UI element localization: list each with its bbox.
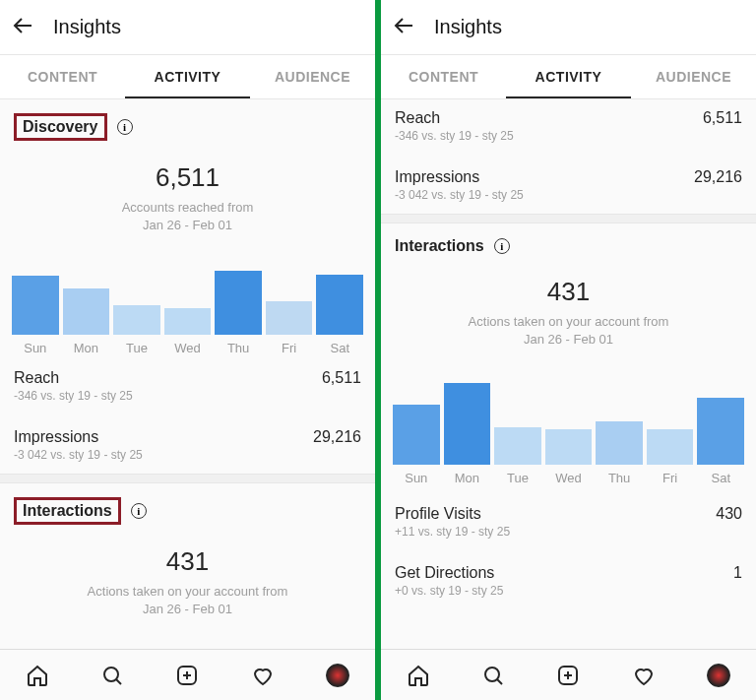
chart-day-label: Mon xyxy=(74,341,98,355)
reach-value: 6,511 xyxy=(322,369,361,387)
tab-audience[interactable]: AUDIENCE xyxy=(631,55,756,98)
profile-visits-sub: +11 vs. sty 19 - sty 25 xyxy=(381,523,756,550)
profile-visits-label: Profile Visits xyxy=(395,505,481,523)
discovery-desc: Accounts reached from Jan 26 - Feb 01 xyxy=(0,199,375,233)
chart-day-label: Tue xyxy=(126,341,148,355)
get-directions-value: 1 xyxy=(733,564,742,582)
interactions-chart: SunMonTueWedThuFriSat xyxy=(381,367,756,485)
chart-day-label: Tue xyxy=(507,471,529,485)
discovery-chart: SunMonTueWedThuFriSat xyxy=(0,257,375,355)
profile-avatar-icon[interactable] xyxy=(706,663,731,688)
chart-day-label: Fri xyxy=(282,341,296,355)
chart-bar: Tue xyxy=(113,266,160,355)
get-directions-label: Get Directions xyxy=(395,564,494,582)
get-directions-sub: +0 vs. sty 19 - sty 25 xyxy=(381,582,756,609)
chart-bar: Fri xyxy=(266,266,313,355)
interactions-desc: Actions taken on your account from Jan 2… xyxy=(381,313,756,348)
section-divider xyxy=(381,214,756,223)
left-pane: Insights CONTENT ACTIVITY AUDIENCE Disco… xyxy=(0,0,375,700)
chart-day-label: Wed xyxy=(174,341,201,355)
info-icon[interactable]: i xyxy=(494,238,510,254)
bottom-tabbar xyxy=(0,649,375,700)
svg-point-0 xyxy=(104,668,118,681)
chart-day-label: Sat xyxy=(712,471,731,485)
tab-content[interactable]: CONTENT xyxy=(381,55,506,98)
impressions-sub: -3 042 vs. sty 19 - sty 25 xyxy=(381,186,756,214)
search-icon[interactable] xyxy=(99,663,125,688)
back-arrow-icon[interactable] xyxy=(12,14,35,41)
chart-bar: Thu xyxy=(596,381,643,485)
add-post-icon[interactable] xyxy=(174,663,200,688)
tab-activity[interactable]: ACTIVITY xyxy=(125,55,250,98)
impressions-sub: -3 042 vs. sty 19 - sty 25 xyxy=(0,446,375,474)
tab-activity[interactable]: ACTIVITY xyxy=(506,55,631,98)
tabs: CONTENT ACTIVITY AUDIENCE xyxy=(0,55,375,99)
impressions-label: Impressions xyxy=(14,428,98,446)
page-title: Insights xyxy=(53,16,121,38)
discovery-highlight: Discovery xyxy=(14,113,107,141)
section-label-interactions: Interactions xyxy=(23,502,112,519)
chart-day-label: Sat xyxy=(331,341,350,355)
chart-day-label: Mon xyxy=(455,471,479,485)
reach-label: Reach xyxy=(14,369,59,387)
chart-day-label: Fri xyxy=(662,471,677,485)
heart-icon[interactable] xyxy=(631,663,657,688)
chart-bar: Tue xyxy=(494,381,541,485)
header: Insights xyxy=(0,0,375,55)
profile-avatar-icon[interactable] xyxy=(325,663,350,688)
impressions-value: 29,216 xyxy=(313,428,361,446)
info-icon[interactable]: i xyxy=(117,119,133,135)
body[interactable]: Discovery i 6,511 Accounts reached from … xyxy=(0,99,375,700)
section-divider xyxy=(0,474,375,483)
right-pane: Insights CONTENT ACTIVITY AUDIENCE Reach… xyxy=(381,0,756,700)
section-label-discovery: Discovery xyxy=(23,118,98,135)
heart-icon[interactable] xyxy=(250,663,276,688)
chart-bar: Mon xyxy=(63,266,110,355)
info-icon[interactable]: i xyxy=(131,503,147,519)
tab-content[interactable]: CONTENT xyxy=(0,55,125,98)
bottom-tabbar xyxy=(381,649,756,700)
back-arrow-icon[interactable] xyxy=(393,14,416,41)
reach-label: Reach xyxy=(395,109,440,127)
search-icon[interactable] xyxy=(480,663,506,688)
impressions-label: Impressions xyxy=(395,168,479,186)
impressions-value: 29,216 xyxy=(694,168,742,186)
interactions-highlight: Interactions xyxy=(14,497,121,525)
chart-bar: Thu xyxy=(215,266,262,355)
body[interactable]: Reach 6,511 -346 vs. sty 19 - sty 25 Imp… xyxy=(381,99,756,700)
chart-day-label: Sun xyxy=(24,341,46,355)
interactions-desc: Actions taken on your account from Jan 2… xyxy=(0,583,375,617)
reach-sub: -346 vs. sty 19 - sty 25 xyxy=(381,127,756,155)
chart-bar: Sun xyxy=(12,266,59,355)
reach-sub: -346 vs. sty 19 - sty 25 xyxy=(0,387,375,414)
profile-visits-value: 430 xyxy=(716,505,742,523)
reach-value: 6,511 xyxy=(703,109,742,127)
chart-day-label: Wed xyxy=(555,471,582,485)
chart-bar: Sat xyxy=(697,381,744,485)
chart-day-label: Thu xyxy=(227,341,249,355)
chart-bar: Sat xyxy=(316,266,363,355)
chart-day-label: Sun xyxy=(405,471,427,485)
chart-bar: Sun xyxy=(393,381,440,485)
chart-bar: Wed xyxy=(164,266,212,355)
add-post-icon[interactable] xyxy=(555,663,581,688)
section-label-interactions: Interactions xyxy=(395,237,484,255)
home-icon[interactable] xyxy=(406,663,431,688)
svg-point-2 xyxy=(485,668,499,681)
chart-bar: Mon xyxy=(444,381,491,485)
interactions-value: 431 xyxy=(0,546,375,577)
chart-bar: Wed xyxy=(545,381,593,485)
discovery-value: 6,511 xyxy=(0,162,375,193)
tab-audience[interactable]: AUDIENCE xyxy=(250,55,375,98)
chart-bar: Fri xyxy=(647,381,694,485)
home-icon[interactable] xyxy=(25,663,50,688)
page-title: Insights xyxy=(434,16,502,38)
interactions-value: 431 xyxy=(381,277,756,307)
header: Insights xyxy=(381,0,756,55)
chart-day-label: Thu xyxy=(608,471,630,485)
tabs: CONTENT ACTIVITY AUDIENCE xyxy=(381,55,756,99)
